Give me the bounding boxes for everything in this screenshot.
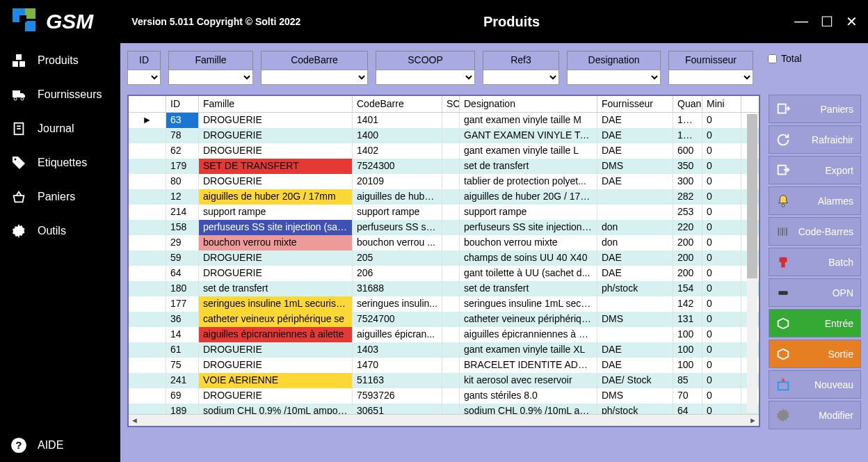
svg-point-14 (782, 204, 785, 207)
grid-col-id[interactable]: ID (166, 96, 199, 112)
action-label: Paniers (821, 104, 853, 115)
action-label: Export (826, 165, 853, 176)
table-row[interactable]: 12aiguilles de huber 20G / 17mmaiguilles… (129, 189, 759, 205)
total-checkbox-area: Total (768, 53, 802, 64)
filter-select-codebarre[interactable] (261, 70, 368, 85)
grid-col-scoop[interactable]: SC (442, 96, 460, 112)
grid-col-quantite[interactable]: Quan (673, 96, 702, 112)
filter-label-scoop: SCOOP (376, 51, 475, 70)
row-selector (129, 388, 166, 404)
cell-fournisseur: DMS (597, 159, 673, 174)
cell-codebarre: aiguilles épicran... (353, 327, 442, 342)
cell-scoop (442, 388, 460, 404)
table-row[interactable]: 78DROGUERIE1400GANT EXAMEN VINYLE TAILLE… (129, 128, 759, 143)
sidebar-item-outils[interactable]: Outils (0, 214, 120, 248)
grid-col-selector[interactable] (129, 96, 166, 112)
table-row[interactable]: 64DROGUERIE206gant toilette à UU (sachet… (129, 266, 759, 281)
filter-select-id[interactable] (127, 70, 161, 85)
table-row[interactable]: 179SET DE TRANSFERT7524300set de transfe… (129, 159, 759, 174)
grid-col-famille[interactable]: Famille (199, 96, 353, 112)
grid-body[interactable]: ►63DROGUERIE1401gant examen vinyle taill… (129, 113, 759, 414)
sidebar-item-aide[interactable]: ? AIDE (0, 428, 120, 462)
filter-select-scoop[interactable] (376, 70, 475, 85)
close-icon[interactable]: ✕ (846, 13, 858, 30)
cell-designation: catheter veineux périphériqu... (460, 312, 597, 327)
total-checkbox[interactable] (768, 54, 777, 63)
table-row[interactable]: 80DROGUERIE20109tablier de protection po… (129, 174, 759, 189)
cell-id: 177 (166, 296, 199, 312)
export-icon (775, 162, 791, 179)
cell-quantite: 142 (673, 296, 702, 312)
horizontal-scrollbar[interactable]: ◄► (129, 414, 759, 426)
sidebar-item-journal[interactable]: Journal (0, 111, 120, 145)
filter-select-famille[interactable] (168, 70, 253, 85)
filter-select-ref3[interactable] (483, 70, 559, 85)
cell-codebarre: 7524700 (353, 312, 442, 327)
basket-arrow-icon (775, 101, 791, 118)
table-row[interactable]: 36catheter veineux périphérique se752470… (129, 312, 759, 327)
action-nouveau[interactable]: Nouveau (769, 370, 861, 399)
action-modifier[interactable]: Modifier (769, 401, 861, 429)
cell-quantite: 350 (673, 159, 702, 174)
action-label: Sortie (828, 349, 853, 360)
action-opn[interactable]: OPN (769, 278, 861, 307)
cell-famille: VOIE AERIENNE (199, 373, 353, 388)
table-row[interactable]: 59DROGUERIE205champs de soins UU 40 X40D… (129, 250, 759, 266)
cell-id: 80 (166, 174, 199, 189)
table-row[interactable]: 241VOIE AERIENNE51163kit aerosol avec re… (129, 373, 759, 388)
grid-col-codebarre[interactable]: CodeBarre (353, 96, 442, 112)
cell-designation: gant examen vinyle taille L (460, 143, 597, 159)
filter-select-designation[interactable] (567, 70, 661, 85)
table-row[interactable]: 75DROGUERIE1470BRACELET IDENTITE ADULTED… (129, 358, 759, 373)
cell-quantite: 220 (673, 220, 702, 235)
cell-codebarre: support rampe (353, 205, 442, 220)
filter-select-fournisseur[interactable] (668, 70, 753, 85)
sidebar-item-fournisseurs[interactable]: Fournisseurs (0, 77, 120, 111)
table-row[interactable]: 69DROGUERIE7593726gants stériles 8.0DMS7… (129, 388, 759, 404)
table-row[interactable]: ►63DROGUERIE1401gant examen vinyle taill… (129, 113, 759, 128)
cell-quantite: 200 (673, 266, 702, 281)
action-alarmes[interactable]: Alarmes (769, 186, 861, 215)
cell-scoop (442, 250, 460, 266)
grid-col-fournisseur[interactable]: Fournisseur (597, 96, 673, 112)
table-row[interactable]: 62DROGUERIE1402gant examen vinyle taille… (129, 143, 759, 159)
sidebar-item-paniers[interactable]: Paniers (0, 180, 120, 214)
action-codebarres[interactable]: Code-Barres (769, 217, 861, 246)
action-paniers[interactable]: Paniers (769, 95, 861, 123)
sidebar-item-produits[interactable]: Produits (0, 43, 120, 77)
grid-col-designation[interactable]: Designation (460, 96, 597, 112)
vertical-scrollbar[interactable] (747, 114, 757, 413)
table-row[interactable]: 214support rampesupport rampesupport ram… (129, 205, 759, 220)
maximize-icon[interactable]: ☐ (821, 13, 833, 30)
sidebar: ProduitsFournisseursJournalEtiquettesPan… (0, 43, 120, 462)
table-row[interactable]: 189sodium CHL 0,9% /10mL ampoule30651sod… (129, 404, 759, 414)
table-row[interactable]: 180set de transfert31688set de transfert… (129, 281, 759, 296)
table-row[interactable]: 61DROGUERIE1403gant examen vinyle taille… (129, 342, 759, 358)
action-label: Entrée (825, 318, 853, 329)
cell-scoop (442, 128, 460, 143)
row-selector (129, 205, 166, 220)
grid-col-mini[interactable]: Mini (702, 96, 741, 112)
action-batch[interactable]: Batch (769, 248, 861, 276)
cell-designation: champs de soins UU 40 X40 (460, 250, 597, 266)
cell-codebarre: aiguilles de hube... (353, 189, 442, 205)
cell-quantite: 100 (673, 358, 702, 373)
cell-codebarre: 7593726 (353, 388, 442, 404)
action-entre[interactable]: Entrée (769, 309, 861, 337)
action-export[interactable]: Export (769, 156, 861, 184)
cell-famille: aiguilles épicranniennes à ailette (199, 327, 353, 342)
cell-mini: 0 (702, 388, 741, 404)
cell-famille: seringues insuline 1mL securisées (199, 296, 353, 312)
table-row[interactable]: 158perfuseurs SS site injection (sachepe… (129, 220, 759, 235)
action-rafraichir[interactable]: Rafraichir (769, 125, 861, 154)
cell-fournisseur: DAE/ Stock (597, 373, 673, 388)
minimize-icon[interactable]: — (794, 13, 808, 30)
table-row[interactable]: 14aiguilles épicranniennes à ailetteaigu… (129, 327, 759, 342)
action-sortie[interactable]: Sortie (769, 340, 861, 368)
table-row[interactable]: 177seringues insuline 1mL securiséesseri… (129, 296, 759, 312)
action-label: OPN (833, 287, 853, 298)
cell-famille: DROGUERIE (199, 358, 353, 373)
table-row[interactable]: 29bouchon verrou mixtebouchon verrou ...… (129, 235, 759, 250)
cell-id: 69 (166, 388, 199, 404)
sidebar-item-etiquettes[interactable]: Etiquettes (0, 145, 120, 180)
